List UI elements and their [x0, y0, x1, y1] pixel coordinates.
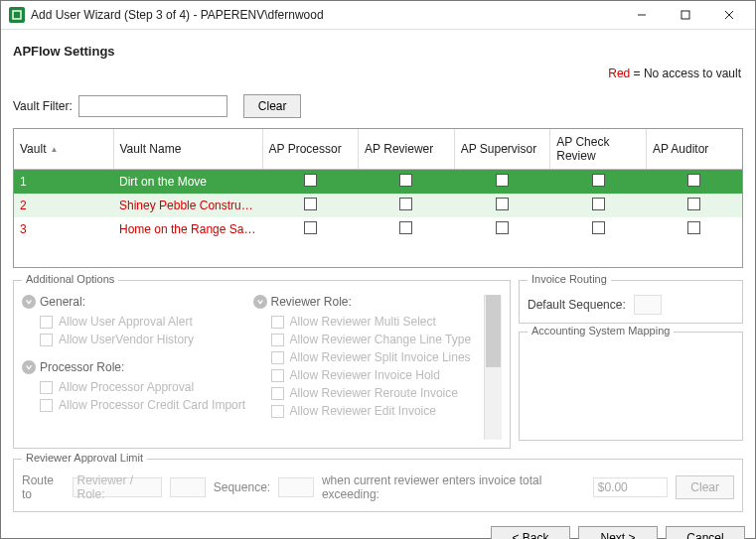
processor-heading[interactable]: Processor Role:: [22, 360, 253, 374]
reviewer-role-field: Reviewer / Role:: [73, 477, 163, 497]
opt-allow-processor-cc-import: Allow Processor Credit Card Import: [40, 398, 253, 412]
chk-ap-supervisor[interactable]: [496, 221, 509, 234]
vault-filter-input[interactable]: [78, 95, 227, 117]
limit-clear-button: Clear: [676, 475, 734, 499]
opt-allow-user-vendor-history: Allow UserVendor History: [40, 333, 253, 346]
next-button[interactable]: Next >: [578, 526, 658, 539]
chk-ap-processor[interactable]: [304, 174, 317, 187]
opt-reviewer-reroute: Allow Reviewer Reroute Invoice: [271, 386, 485, 400]
opt-reviewer-edit-invoice: Allow Reviewer Edit Invoice: [271, 404, 485, 418]
cell-vault-id: 1: [14, 170, 113, 195]
route-to-label: Route to: [22, 473, 65, 501]
chk-ap-reviewer[interactable]: [399, 198, 412, 210]
opt-allow-user-approval-alert: Allow User Approval Alert: [40, 315, 253, 329]
col-ap-reviewer[interactable]: AP Reviewer: [359, 129, 455, 170]
scroll-thumb[interactable]: [486, 295, 501, 367]
additional-options-group: Additional Options General: Allow User A…: [13, 280, 511, 449]
chk-ap-auditor[interactable]: [687, 198, 700, 210]
vault-grid: Vault▲ Vault Name AP Processor AP Review…: [13, 128, 743, 268]
opt-reviewer-invoice-hold: Allow Reviewer Invoice Hold: [271, 368, 485, 382]
chk-ap-supervisor[interactable]: [496, 198, 509, 210]
svg-rect-2: [681, 11, 689, 19]
legend-text: = No access to vault: [630, 67, 741, 80]
limit-tail-text: when current reviewer enters invoice tot…: [322, 473, 585, 501]
close-button[interactable]: [707, 1, 751, 29]
reviewer-heading[interactable]: Reviewer Role:: [253, 295, 485, 309]
group-label: Reviewer Approval Limit: [22, 452, 147, 464]
chk-ap-check-review[interactable]: [592, 174, 605, 187]
chk-ap-reviewer[interactable]: [399, 221, 412, 234]
chk-ap-supervisor[interactable]: [496, 174, 509, 187]
col-ap-supervisor[interactable]: AP Supervisor: [454, 129, 550, 170]
limit-amount: $0.00: [593, 477, 669, 497]
svg-rect-0: [13, 11, 21, 19]
col-ap-auditor[interactable]: AP Auditor: [646, 129, 742, 170]
opt-reviewer-multi-select: Allow Reviewer Multi Select: [271, 315, 485, 329]
opt-allow-processor-approval: Allow Processor Approval: [40, 380, 253, 394]
vault-filter-label: Vault Filter:: [13, 99, 73, 113]
default-sequence-label: Default Sequence:: [528, 298, 626, 312]
cell-vault-name: Dirt on the Move: [113, 170, 262, 195]
scrollbar[interactable]: [484, 295, 502, 440]
cancel-button[interactable]: Cancel: [666, 526, 745, 539]
chk-ap-check-review[interactable]: [592, 221, 605, 234]
sequence-label: Sequence:: [214, 480, 270, 494]
table-row[interactable]: 2 Shiney Pebble Constru…: [14, 194, 742, 217]
cell-vault-id: 3: [14, 217, 113, 241]
chk-ap-reviewer[interactable]: [399, 174, 412, 187]
col-vault-name[interactable]: Vault Name: [113, 129, 262, 170]
col-vault[interactable]: Vault▲: [14, 129, 113, 170]
window-title: Add User Wizard (Step 3 of 4) - PAPERENV…: [31, 8, 620, 22]
chk-ap-processor[interactable]: [304, 221, 317, 234]
clear-filter-button[interactable]: Clear: [243, 94, 302, 118]
opt-reviewer-split-invoice: Allow Reviewer Split Invoice Lines: [271, 350, 485, 364]
legend-red: Red: [608, 67, 630, 80]
invoice-routing-group: Invoice Routing Default Sequence:: [519, 280, 743, 324]
sequence-value: [278, 477, 314, 497]
chk-ap-check-review[interactable]: [592, 198, 605, 210]
chevron-down-icon: [22, 295, 36, 309]
chevron-down-icon: [253, 295, 267, 309]
col-ap-processor[interactable]: AP Processor: [262, 129, 359, 170]
titlebar: Add User Wizard (Step 3 of 4) - PAPERENV…: [1, 1, 755, 30]
group-label: Invoice Routing: [528, 273, 611, 285]
chk-ap-auditor[interactable]: [687, 221, 700, 234]
back-button[interactable]: < Back: [491, 526, 570, 539]
window: Add User Wizard (Step 3 of 4) - PAPERENV…: [0, 0, 756, 539]
chk-ap-auditor[interactable]: [687, 174, 700, 187]
page-title: APFlow Settings: [13, 44, 745, 59]
chk-ap-processor[interactable]: [304, 198, 317, 210]
group-label: Accounting System Mapping: [528, 325, 674, 337]
reviewer-approval-limit-group: Reviewer Approval Limit Route to Reviewe…: [13, 459, 743, 512]
opt-reviewer-change-line-type: Allow Reviewer Change Line Type: [271, 333, 485, 346]
table-row[interactable]: 1 Dirt on the Move: [14, 170, 742, 195]
chevron-down-icon: [22, 360, 36, 374]
legend: Red = No access to vault: [11, 67, 741, 80]
general-heading[interactable]: General:: [22, 295, 253, 309]
default-sequence-value: [634, 295, 662, 315]
sort-asc-icon: ▲: [50, 145, 58, 154]
cell-vault-name: Home on the Range Sa…: [113, 217, 262, 241]
table-row[interactable]: 3 Home on the Range Sa…: [14, 217, 742, 241]
cell-vault-name: Shiney Pebble Constru…: [113, 194, 262, 217]
group-label: Additional Options: [22, 273, 118, 285]
reviewer-role-value: [170, 477, 206, 497]
maximize-button[interactable]: [664, 1, 707, 29]
footer: < Back Next > Cancel: [1, 518, 755, 539]
accounting-mapping-group: Accounting System Mapping: [519, 332, 743, 441]
cell-vault-id: 2: [14, 194, 113, 217]
col-ap-check-review[interactable]: AP Check Review: [550, 129, 647, 170]
minimize-button[interactable]: [620, 1, 664, 29]
app-icon: [9, 7, 25, 23]
